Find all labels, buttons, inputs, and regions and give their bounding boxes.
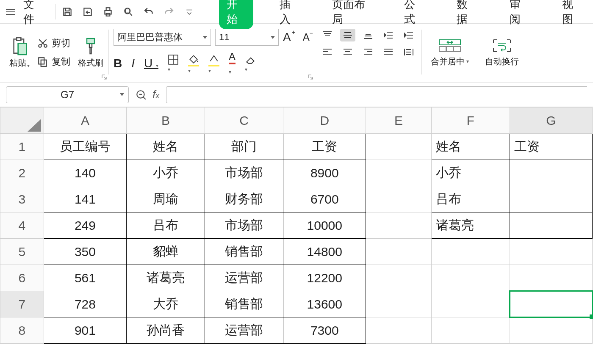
tab-page-layout[interactable]: 页面布局 [324,0,377,29]
col-F[interactable]: F [431,108,510,134]
col-A[interactable]: A [44,108,126,134]
menu-file[interactable]: 文件 [23,0,44,27]
col-C[interactable]: C [205,108,283,134]
cell-A6[interactable]: 561 [44,265,126,291]
formula-input[interactable] [166,86,587,103]
align-middle-icon[interactable] [340,29,355,41]
tab-formulas[interactable]: 公式 [396,0,431,29]
clipboard-dialog-launcher-icon[interactable] [102,74,107,80]
save-as-icon[interactable] [81,6,94,18]
cell-E6[interactable] [366,265,431,291]
cell-C4[interactable]: 市场部 [205,212,283,239]
align-top-icon[interactable] [320,29,335,41]
cell-G7[interactable] [510,291,592,317]
rowhead-7[interactable]: 7 [0,291,44,317]
cell-G5[interactable] [510,239,592,265]
cell-F8[interactable] [431,317,510,344]
align-center-icon[interactable] [340,46,355,58]
borders-icon[interactable]: ▾ [168,54,179,73]
cell-C5[interactable]: 销售部 [205,239,283,265]
cell-E2[interactable] [366,160,431,186]
cell-F6[interactable] [431,265,510,291]
col-G[interactable]: G [510,108,592,134]
font-size-select[interactable]: 11 [215,29,279,46]
align-left-icon[interactable] [320,46,335,58]
highlight-color-icon[interactable]: ▾ [208,53,219,74]
cell-A2[interactable]: 140 [44,160,126,186]
distribute-icon[interactable] [401,46,416,58]
col-E[interactable]: E [366,108,431,134]
rowhead-6[interactable]: 6 [0,265,44,291]
hamburger-icon[interactable] [4,6,17,18]
cell-G8[interactable] [510,317,592,344]
cell-F3[interactable]: 吕布 [431,186,510,212]
print-icon[interactable] [102,6,114,18]
rowhead-8[interactable]: 8 [0,317,44,344]
decrease-indent-icon[interactable] [381,29,396,41]
cancel-formula-icon[interactable] [136,89,147,100]
name-box[interactable]: G7 [6,86,129,103]
increase-font-icon[interactable]: A+ [283,30,291,44]
align-bottom-icon[interactable] [360,29,376,41]
cell-F1[interactable]: 姓名 [431,134,510,160]
cell-E7[interactable] [366,291,431,317]
cell-D6[interactable]: 12200 [283,265,366,291]
rowhead-2[interactable]: 2 [0,160,44,186]
cell-A7[interactable]: 728 [44,291,126,317]
customize-qat-icon[interactable] [183,6,196,18]
tab-start[interactable]: 开始 [219,0,253,29]
cell-B7[interactable]: 大乔 [127,291,205,317]
cell-G3[interactable] [510,186,592,212]
cell-C2[interactable]: 市场部 [205,160,283,186]
cell-A4[interactable]: 249 [44,212,126,239]
print-preview-icon[interactable] [122,6,135,18]
cell-A8[interactable]: 901 [44,317,126,344]
increase-indent-icon[interactable] [401,29,416,41]
cell-G1[interactable]: 工资 [510,134,592,160]
cell-E5[interactable] [366,239,431,265]
fx-icon[interactable]: fx [152,88,159,101]
cell-B8[interactable]: 孙尚香 [127,317,205,344]
cell-C8[interactable]: 运营部 [205,317,283,344]
cell-D4[interactable]: 10000 [283,212,366,239]
cell-D8[interactable]: 7300 [283,317,366,344]
format-painter-button[interactable]: 格式刷 [78,37,103,69]
rowhead-5[interactable]: 5 [0,239,44,265]
rowhead-3[interactable]: 3 [0,186,44,212]
cell-A3[interactable]: 141 [44,186,126,212]
decrease-font-icon[interactable]: A− [303,31,310,43]
spreadsheet[interactable]: A B C D E F G 1 员工编号 姓名 部门 工资 姓名 工资 2 14… [0,107,593,344]
cell-F4[interactable]: 诸葛亮 [431,212,510,239]
cell-D5[interactable]: 14800 [283,239,366,265]
cell-B6[interactable]: 诸葛亮 [127,265,205,291]
bold-icon[interactable]: B [114,57,122,70]
col-D[interactable]: D [283,108,366,134]
cell-G2[interactable] [510,160,592,186]
cell-D3[interactable]: 6700 [283,186,366,212]
cell-A5[interactable]: 350 [44,239,126,265]
tab-insert[interactable]: 插入 [272,0,306,29]
cell-B3[interactable]: 周瑜 [127,186,205,212]
justify-icon[interactable] [381,46,396,58]
font-dialog-launcher-icon[interactable] [308,74,313,80]
rowhead-4[interactable]: 4 [0,212,44,239]
eraser-icon[interactable]: ▾ [245,54,257,73]
tab-view[interactable]: 视图 [554,0,589,29]
cut-button[interactable]: 剪切 [37,37,70,50]
underline-icon[interactable]: U ▾ [144,57,158,70]
cell-C7[interactable]: 销售部 [205,291,283,317]
copy-button[interactable]: 复制 [37,55,70,68]
font-name-select[interactable]: 阿里巴巴普惠体 [114,29,211,46]
cell-E1[interactable] [366,134,431,160]
cell-D7[interactable]: 13600 [283,291,366,317]
col-B[interactable]: B [127,108,205,134]
redo-icon[interactable] [163,6,175,18]
paste-button[interactable]: 粘贴▾ [9,37,30,69]
cell-B2[interactable]: 小乔 [127,160,205,186]
italic-icon[interactable]: I [131,57,135,70]
align-right-icon[interactable] [360,46,376,58]
save-icon[interactable] [61,6,74,18]
cell-G4[interactable] [510,212,592,239]
cell-F5[interactable] [431,239,510,265]
merge-center-button[interactable]: 合并居中▾ [427,38,473,67]
